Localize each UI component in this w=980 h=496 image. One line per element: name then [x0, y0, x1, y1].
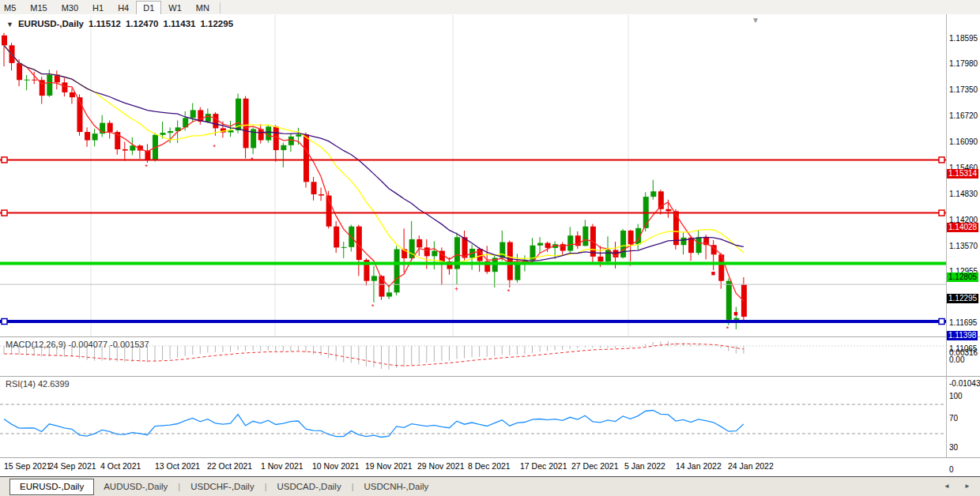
candle-body: [70, 92, 75, 97]
candle-body: [514, 264, 520, 280]
tab-separator: |: [178, 482, 180, 491]
candle-body: [650, 191, 656, 197]
date-label: 27 Dec 2021: [571, 461, 619, 471]
chart-shift-marker-icon[interactable]: ▼: [752, 16, 760, 24]
ohlc-high: 1.12470: [126, 19, 159, 28]
price-level-badge: 1.15314: [947, 169, 978, 178]
candle-body: [266, 126, 271, 140]
timeframe-button-h4[interactable]: H4: [111, 1, 136, 15]
candle-body: [545, 243, 551, 248]
candle-body: [303, 134, 309, 182]
signal-mark: *: [726, 325, 729, 333]
candle-body: [499, 242, 505, 258]
chart-area[interactable]: ****+*+■*■ ▼EURUSD-,Daily1.115121.124701…: [0, 14, 980, 476]
candle-body: [688, 238, 694, 253]
timeframe-button-m15[interactable]: M15: [23, 1, 54, 15]
date-label: 8 Dec 2021: [468, 461, 511, 471]
timeframe-button-m30[interactable]: M30: [55, 1, 85, 15]
ohlc-close: 1.12295: [200, 19, 233, 28]
price-tick-label: 1.13570: [949, 242, 978, 250]
line-anchor-handle[interactable]: [939, 210, 944, 216]
line-anchor-handle[interactable]: [939, 157, 944, 163]
candle-body: [318, 194, 324, 196]
candle-body: [47, 74, 52, 96]
candle-body: [213, 114, 218, 128]
candle-body: [733, 318, 739, 320]
line-anchor-handle[interactable]: [2, 157, 7, 163]
candle-body: [726, 281, 732, 320]
candle-body: [341, 247, 347, 248]
date-label: 1 Nov 2021: [261, 461, 303, 471]
candle-body: [334, 227, 339, 248]
candle-body: [416, 239, 422, 247]
timeframe-button-w1[interactable]: W1: [161, 1, 189, 15]
price-level-badge: 1.14028: [947, 223, 978, 232]
price-level-badge: 1.12295: [947, 294, 978, 303]
signal-mark: *: [213, 143, 216, 151]
macd-indicator-label: MACD(12,26,9) -0.004077 -0.001537: [6, 340, 149, 349]
candle-body: [560, 244, 566, 250]
candle-body: [62, 82, 67, 92]
candle-body: [507, 242, 513, 280]
price-chart[interactable]: ****+*+■*■: [0, 14, 946, 337]
candle-body: [567, 235, 573, 250]
chart-tab-usdcad[interactable]: USDCAD-,Daily: [268, 479, 351, 494]
timeframe-button-m5[interactable]: M5: [0, 1, 23, 15]
panel-separator[interactable]: [0, 376, 980, 377]
candle-body: [243, 99, 249, 148]
rsi-tick-label: 0: [949, 465, 954, 474]
timeframe-button-d1[interactable]: D1: [136, 1, 161, 15]
tab-scroll-arrows[interactable]: ◄ ►: [944, 483, 977, 490]
line-anchor-handle[interactable]: [2, 318, 7, 324]
candle-body: [386, 292, 392, 296]
price-level-badge: 1.11398: [947, 331, 978, 340]
candle-body: [741, 284, 747, 317]
candle-body: [273, 126, 279, 150]
candle-body: [168, 131, 173, 133]
chart-tab-usdchf[interactable]: USDCHF-,Daily: [181, 479, 264, 494]
line-anchor-handle[interactable]: [939, 318, 944, 324]
candle-body: [92, 133, 98, 140]
date-label: 24 Jan 2022: [728, 461, 774, 471]
candle-body: [24, 80, 30, 81]
chart-tab-audusd[interactable]: AUDUSD-,Daily: [94, 479, 177, 494]
date-label: 29 Nov 2021: [417, 461, 465, 471]
panel-separator[interactable]: [0, 336, 980, 337]
signal-mark: +: [454, 285, 458, 293]
line-anchor-handle[interactable]: [2, 210, 7, 216]
timeframe-button-h1[interactable]: H1: [85, 1, 111, 15]
rsi-tick-label: 70: [949, 414, 958, 423]
date-label: 4 Oct 2021: [100, 461, 141, 471]
rsi-panel[interactable]: [0, 377, 946, 458]
candle-body: [122, 149, 128, 151]
chart-tab-bar: EURUSD-,DailyAUDUSD-,Daily|USDCHF-,Daily…: [0, 476, 980, 496]
candle-body: [311, 182, 317, 194]
candle-body: [32, 80, 37, 81]
price-axis-separator: [946, 14, 947, 458]
tab-separator: |: [265, 482, 267, 491]
candle-body: [665, 209, 671, 212]
signal-mark: *: [371, 302, 375, 310]
date-label: 24 Sep 2021: [49, 461, 96, 471]
timeframe-button-mn[interactable]: MN: [189, 1, 217, 15]
candle-body: [477, 249, 483, 261]
candle-body: [537, 243, 543, 246]
symbol-period-label: EURUSD-,Daily: [18, 19, 84, 28]
candle-body: [205, 114, 211, 122]
price-tick-label: 1.16720: [949, 111, 978, 120]
candle-body: [371, 276, 377, 280]
price-tick-label: 1.16090: [949, 137, 978, 146]
price-tick-label: 1.11695: [949, 318, 977, 327]
chart-tab-usdcnh[interactable]: USDCNH-,Daily: [355, 479, 439, 494]
toolbar-separator: [220, 2, 220, 13]
date-label: 22 Oct 2021: [207, 461, 252, 471]
timeframe-toolbar: M5M15M30H1H4D1W1MN: [0, 0, 980, 15]
rsi-tick-label: 30: [949, 443, 958, 452]
rsi-tick-label: 100: [949, 392, 963, 400]
chart-tab-eurusd[interactable]: EURUSD-,Daily: [9, 479, 94, 495]
date-label: 19 Nov 2021: [365, 461, 413, 471]
candle-body: [2, 36, 7, 46]
candle-body: [718, 254, 724, 280]
collapse-icon[interactable]: ▼: [6, 21, 13, 28]
rsi-line: [4, 411, 744, 438]
